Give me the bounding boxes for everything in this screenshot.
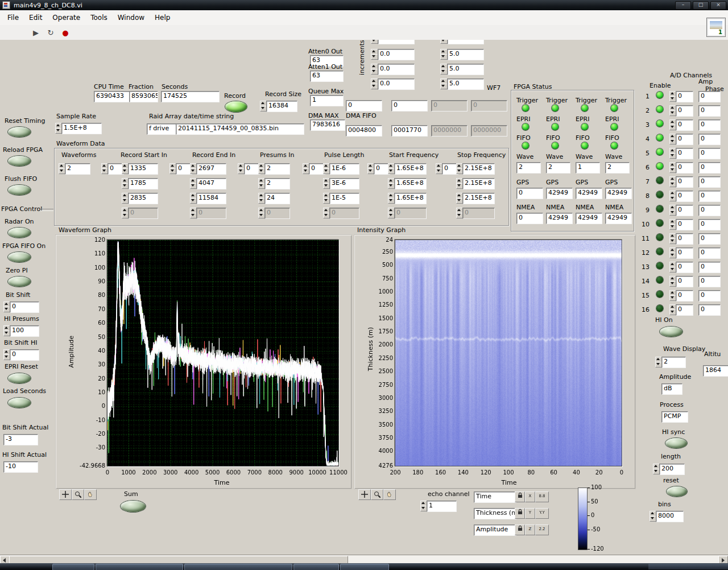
start-frequency-value-2[interactable]: 1.65E+8 — [394, 193, 427, 204]
horizontal-scrollbar[interactable] — [0, 555, 728, 564]
pulse-length-value-2[interactable]: 1E-5 — [329, 193, 359, 204]
pulse-length-index-stepper[interactable] — [303, 163, 309, 173]
atten-b-input-1-stepper[interactable] — [440, 49, 446, 59]
record-end-in-value-1-stepper[interactable] — [190, 178, 196, 188]
waveform-graph-zoom-button[interactable] — [72, 489, 84, 500]
ad-phase-input-13[interactable]: 0 — [698, 262, 721, 273]
taskbar-button[interactable] — [184, 564, 292, 570]
taskbar-button[interactable] — [52, 564, 94, 570]
flush-fifo-button[interactable] — [8, 185, 31, 195]
atten-b-input-1[interactable]: 5.0 — [447, 49, 484, 60]
pulse-length-value-3-stepper[interactable] — [323, 208, 329, 217]
ad-amp-input-3[interactable]: 0 — [676, 119, 693, 131]
ad-phase-input-15[interactable]: 0 — [698, 290, 721, 301]
stop-frequency-value-0[interactable]: 2.15E+8 — [462, 163, 495, 175]
presums-in-value-3[interactable]: 0 — [264, 208, 290, 219]
atten-b-input-0[interactable]: 5.0 — [447, 40, 484, 44]
presums-in-value-2[interactable]: 24 — [264, 193, 290, 204]
record-end-in-value-2[interactable]: 11584 — [196, 193, 226, 204]
reset-timing-button[interactable] — [8, 127, 31, 137]
scale-autoscale-button[interactable]: Y — [525, 508, 535, 519]
ad-amp-input-11-stepper[interactable] — [669, 233, 676, 243]
ad-phase-input-8[interactable]: 0 — [698, 191, 721, 202]
bit-shift-input-stepper[interactable] — [3, 301, 10, 311]
ad-amp-input-13-stepper[interactable] — [669, 262, 676, 271]
ad-phase-input-16[interactable]: 0 — [698, 304, 721, 316]
pulse-length-value-1[interactable]: 3E-6 — [329, 178, 359, 189]
record-start-in-value-2-stepper[interactable] — [122, 193, 128, 203]
atten-a-input-0-stepper[interactable] — [371, 40, 377, 43]
scale-autoscale-button[interactable]: X — [525, 491, 535, 502]
stop-frequency-value-2[interactable]: 2.15E+8 — [462, 193, 495, 204]
ad-phase-input-11[interactable]: 0 — [698, 233, 721, 245]
ad-amp-input-7-stepper[interactable] — [669, 176, 676, 186]
start-frequency-value-0[interactable]: 1.65E+8 — [394, 163, 427, 175]
start-frequency-value-0-stepper[interactable] — [388, 163, 394, 173]
record-end-in-value-0-stepper[interactable] — [190, 163, 196, 173]
radar-on-button[interactable] — [8, 228, 31, 238]
record-end-in-value-0[interactable]: 2697 — [196, 163, 226, 175]
bins-input-stepper[interactable] — [650, 511, 656, 521]
scale-lock-button[interactable] — [515, 491, 525, 502]
record-size-input[interactable]: 16384 — [266, 101, 297, 112]
sum-button[interactable] — [121, 501, 146, 512]
atten-a-input-2[interactable]: 0.0 — [378, 64, 415, 75]
sample-rate-input[interactable]: 1.5E+8 — [61, 123, 102, 134]
waveform-graph-cursor-button[interactable] — [59, 489, 72, 500]
start-frequency-value-1[interactable]: 1.65E+8 — [394, 178, 427, 189]
atten-b-input-2[interactable]: 5.0 — [447, 64, 484, 75]
ad-amp-input-11[interactable]: 0 — [676, 233, 693, 245]
presums-in-value-1[interactable]: 2 — [264, 178, 290, 189]
ad-amp-input-16-stepper[interactable] — [669, 304, 676, 314]
scale-legend-thickness-m[interactable]: Thickness (m) — [474, 508, 516, 519]
atten-b-input-2-stepper[interactable] — [440, 64, 446, 73]
vi-icon[interactable]: 1 — [706, 18, 726, 37]
close-button[interactable] — [710, 1, 726, 10]
presums-in-value-0[interactable]: 2 — [264, 163, 290, 175]
scale-legend-time[interactable]: Time — [474, 491, 516, 503]
atten-b-input-0-stepper[interactable] — [440, 40, 446, 43]
presums-in-value-0-stepper[interactable] — [258, 163, 264, 173]
taskbar-button[interactable] — [340, 564, 389, 570]
record-start-in-value-3[interactable]: 0 — [128, 208, 158, 219]
ad-phase-input-14[interactable]: 0 — [698, 276, 721, 287]
pulse-length-value-0-stepper[interactable] — [323, 163, 329, 173]
ad-amp-input-12-stepper[interactable] — [669, 247, 676, 257]
record-end-in-value-3[interactable]: 0 — [196, 208, 226, 219]
start-frequency-index-stepper[interactable] — [367, 163, 374, 173]
run-continuous-button[interactable]: ↻ — [44, 27, 57, 38]
wave-display-input[interactable]: 2 — [661, 357, 686, 368]
ad-amp-input-5[interactable]: 0 — [676, 148, 693, 159]
menu-help[interactable]: Help — [150, 14, 175, 22]
start-frequency-value-1-stepper[interactable] — [388, 178, 394, 188]
pulse-length-value-1-stepper[interactable] — [323, 178, 329, 188]
pulse-length-value-0[interactable]: 1E-6 — [329, 163, 359, 175]
atten-a-input-1[interactable]: 0.0 — [378, 49, 415, 60]
taskbar-button[interactable] — [96, 564, 183, 570]
sample-rate-input-stepper[interactable] — [55, 123, 61, 133]
stop-frequency-value-0-stepper[interactable] — [456, 163, 462, 173]
scale-lock-button[interactable] — [515, 524, 525, 535]
ad-phase-input-6[interactable]: 0 — [698, 162, 721, 174]
reset-button[interactable] — [667, 486, 687, 497]
intensity-graph-cursor-button[interactable] — [358, 489, 371, 500]
atten-a-input-3[interactable]: 0.0 — [378, 79, 415, 90]
record-start-in-index-stepper[interactable] — [101, 163, 107, 173]
ad-amp-input-14[interactable]: 0 — [676, 276, 693, 287]
ad-amp-input-4[interactable]: 0 — [676, 134, 693, 145]
atten-a-input-3-stepper[interactable] — [371, 79, 377, 88]
ad-amp-input-9-stepper[interactable] — [669, 205, 676, 214]
taskbar-button[interactable] — [293, 564, 339, 570]
stop-frequency-value-1[interactable]: 2.15E+8 — [462, 178, 495, 189]
wave-display-input-stepper[interactable] — [655, 357, 661, 366]
process-input[interactable]: PCMP — [661, 411, 688, 423]
ad-phase-input-3[interactable]: 0 — [698, 119, 721, 131]
pulse-length-value-2-stepper[interactable] — [323, 193, 329, 203]
scale-format-button[interactable]: 8.8 — [535, 491, 549, 502]
menu-tools[interactable]: Tools — [85, 14, 113, 22]
presums-in-value-3-stepper[interactable] — [258, 208, 264, 217]
waveforms-input[interactable]: 2 — [65, 163, 90, 175]
run-arrow-button[interactable]: ▶ — [30, 27, 42, 38]
zero-pi-button[interactable] — [8, 276, 31, 287]
stop-frequency-value-2-stepper[interactable] — [456, 193, 462, 203]
